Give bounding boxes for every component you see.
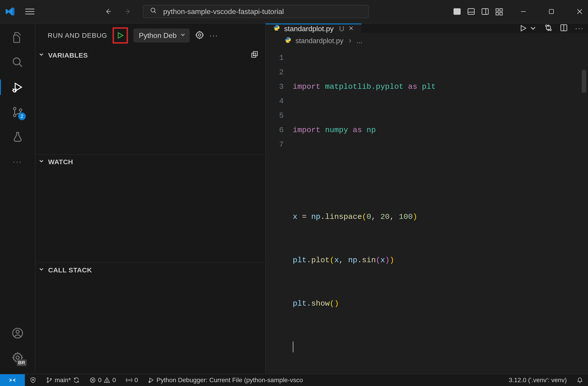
minimap-slider[interactable]: [582, 70, 586, 93]
debug-sidebar-header: RUN AND DEBUG Python Deb ···: [36, 23, 265, 47]
svg-point-47: [50, 379, 51, 380]
svg-line-4: [154, 12, 156, 13]
chevron-down-icon: [38, 51, 44, 59]
status-problems[interactable]: 0 0: [84, 377, 121, 384]
svg-rect-14: [500, 12, 502, 15]
layout-primary-sidebar-icon[interactable]: [453, 8, 461, 15]
svg-point-30: [16, 330, 19, 333]
text-cursor: [293, 342, 294, 352]
debug-config-gear-icon[interactable]: [195, 31, 204, 40]
source-control-badge: 2: [18, 113, 26, 120]
svg-point-44: [32, 379, 34, 381]
python-file-icon: [273, 24, 280, 33]
status-security-icon[interactable]: [25, 377, 41, 383]
svg-point-46: [47, 381, 48, 382]
nav-forward-icon[interactable]: [123, 7, 133, 17]
tab-status: U: [339, 25, 344, 33]
svg-rect-6: [454, 9, 456, 15]
menu-icon[interactable]: [25, 8, 34, 15]
activity-bar: 2 ··· BR: [0, 23, 35, 374]
variables-panel: [36, 62, 265, 155]
watch-panel: [36, 168, 265, 263]
svg-point-19: [13, 58, 20, 65]
chevron-down-icon: [38, 158, 44, 166]
editor-area: standardplot.py U ···: [266, 23, 588, 374]
callstack-title: CALL STACK: [48, 266, 92, 274]
window-minimize-icon[interactable]: [520, 8, 526, 15]
svg-point-28: [19, 109, 22, 111]
svg-point-52: [107, 382, 107, 382]
svg-rect-11: [496, 9, 499, 11]
search-icon: [150, 7, 157, 16]
svg-point-55: [149, 381, 150, 383]
start-debugging-button[interactable]: [113, 27, 128, 44]
debug-config-label: Python Deb: [139, 31, 177, 40]
remote-indicator[interactable]: [0, 374, 25, 386]
activity-account-icon[interactable]: [11, 326, 24, 340]
settings-profile-badge: BR: [17, 359, 27, 366]
callstack-section-header[interactable]: CALL STACK: [36, 263, 265, 276]
sync-icon: [73, 377, 80, 383]
title-bar: python-sample-vscode-fastapi-tutorial: [0, 0, 588, 23]
editor-more-icon[interactable]: ···: [575, 24, 584, 33]
debug-more-icon[interactable]: ···: [210, 31, 218, 40]
editor-tab[interactable]: standardplot.py U: [266, 23, 361, 33]
window-close-icon[interactable]: [576, 8, 583, 15]
svg-line-24: [16, 89, 17, 90]
chevron-down-icon: [38, 266, 44, 274]
code-content[interactable]: import matplotlib.pyplot as plt import n…: [293, 51, 588, 383]
activity-search-icon[interactable]: [11, 56, 24, 69]
svg-point-31: [16, 356, 19, 359]
svg-point-45: [47, 378, 48, 379]
svg-line-23: [13, 89, 14, 90]
variables-section-header[interactable]: VARIABLES: [36, 47, 265, 62]
watch-section-header[interactable]: WATCH: [36, 155, 265, 168]
svg-rect-12: [500, 9, 502, 11]
svg-point-26: [13, 107, 16, 110]
debug-sidebar-title: RUN AND DEBUG: [48, 32, 107, 39]
chevron-down-icon: [180, 31, 186, 40]
vscode-logo-icon: [5, 6, 15, 17]
svg-point-33: [198, 34, 201, 36]
svg-point-27: [13, 114, 16, 117]
breadcrumb-file: standardplot.py: [295, 37, 343, 45]
nav-back-icon[interactable]: [103, 7, 113, 17]
window-maximize-icon[interactable]: [548, 8, 555, 15]
svg-point-53: [128, 380, 129, 381]
svg-marker-39: [521, 25, 526, 31]
activity-run-debug-icon[interactable]: [11, 80, 24, 94]
tab-close-icon[interactable]: [348, 25, 354, 33]
activity-testing-icon[interactable]: [11, 130, 24, 144]
layout-secondary-sidebar-icon[interactable]: [481, 8, 489, 15]
svg-rect-16: [549, 9, 554, 14]
layout-customize-icon[interactable]: [495, 8, 503, 15]
svg-marker-32: [118, 33, 123, 38]
collapse-all-icon[interactable]: [251, 51, 258, 60]
split-editor-icon[interactable]: [560, 24, 568, 33]
editor-tab-bar: standardplot.py U ···: [266, 23, 588, 33]
svg-rect-7: [468, 9, 474, 15]
watch-title: WATCH: [48, 158, 73, 166]
status-branch[interactable]: main*: [41, 377, 84, 384]
python-file-icon: [285, 37, 291, 45]
compare-changes-icon[interactable]: [544, 24, 552, 33]
status-ports[interactable]: 0: [121, 377, 143, 384]
activity-settings-icon[interactable]: BR: [11, 351, 24, 364]
debug-sidebar: RUN AND DEBUG Python Deb ··· VARIABLES W…: [35, 23, 266, 374]
tab-filename: standardplot.py: [284, 25, 334, 33]
breadcrumb[interactable]: standardplot.py ...: [266, 33, 588, 51]
line-number-gutter: 1 2 3 4 5 6 7: [266, 51, 293, 383]
svg-point-3: [151, 8, 155, 12]
variables-title: VARIABLES: [48, 52, 88, 59]
code-editor[interactable]: 1 2 3 4 5 6 7 import matplotlib.pyplot a…: [266, 51, 588, 383]
run-file-button[interactable]: [519, 24, 537, 32]
command-center[interactable]: python-sample-vscode-fastapi-tutorial: [143, 5, 369, 18]
activity-source-control-icon[interactable]: 2: [11, 105, 24, 119]
activity-more-icon[interactable]: ···: [11, 155, 24, 169]
activity-explorer-icon[interactable]: [11, 31, 24, 44]
command-center-text: python-sample-vscode-fastapi-tutorial: [163, 7, 284, 16]
debug-config-select[interactable]: Python Deb: [133, 28, 190, 42]
svg-line-20: [19, 64, 22, 67]
layout-panel-icon[interactable]: [467, 8, 475, 15]
breadcrumb-tail: ...: [357, 37, 362, 45]
